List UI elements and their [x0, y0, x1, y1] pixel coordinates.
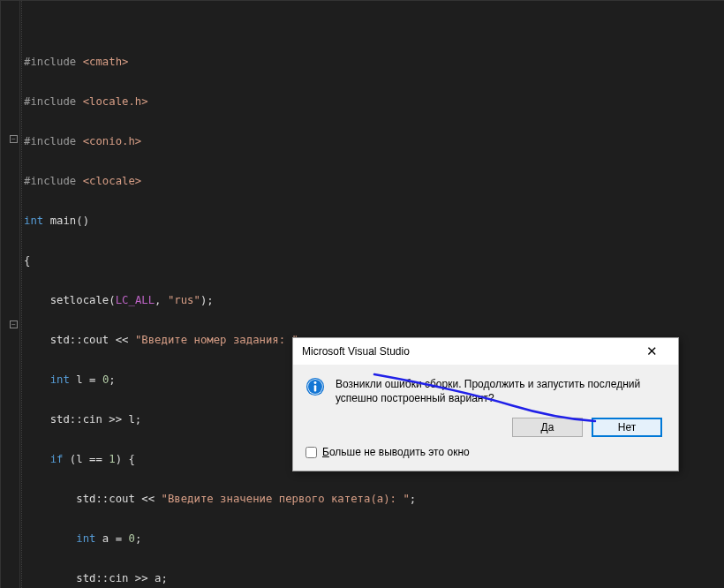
info-icon [305, 377, 325, 396]
svg-rect-4 [314, 385, 317, 391]
dialog-message: Возникли ошибки сборки. Продолжить и зап… [336, 377, 667, 405]
dialog-title: Microsoft Visual Studio [302, 345, 410, 358]
fold-marker[interactable]: − [10, 135, 18, 143]
svg-point-3 [314, 381, 317, 384]
yes-button[interactable]: Да [512, 418, 583, 437]
dialog-titlebar: Microsoft Visual Studio ✕ [293, 338, 678, 365]
close-button[interactable]: ✕ [634, 343, 669, 359]
build-error-dialog: Microsoft Visual Studio ✕ Возникли ошибк… [292, 337, 679, 471]
code-editor[interactable]: − − #include <cmath> #include <locale.h>… [0, 0, 724, 588]
gutter: − − [1, 1, 20, 588]
fold-marker[interactable]: − [10, 320, 18, 328]
no-button[interactable]: Нет [592, 418, 662, 437]
code-area[interactable]: #include <cmath> #include <locale.h> #in… [20, 1, 724, 588]
dont-show-label[interactable]: Больше не выводить это окно [322, 446, 470, 458]
dont-show-checkbox[interactable] [305, 447, 317, 458]
